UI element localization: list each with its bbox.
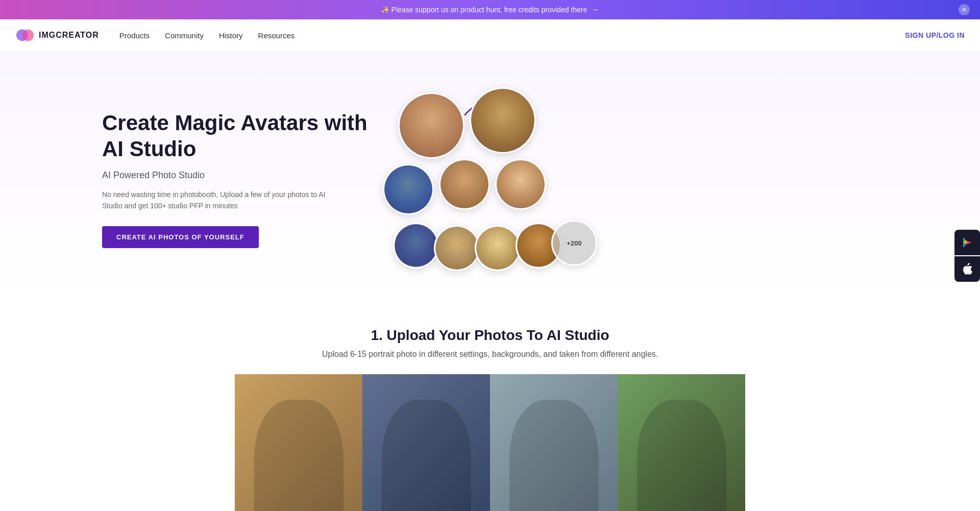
apple-store-button[interactable] — [954, 256, 980, 282]
nav-resources[interactable]: Resources — [258, 31, 295, 40]
avatar-7 — [434, 225, 480, 271]
banner-text: ✨ Please support us on product hunt, fre… — [381, 6, 587, 14]
app-buttons — [954, 230, 980, 282]
hero-section: Create Magic Avatars with AI Studio AI P… — [0, 52, 980, 297]
avatar-5 — [495, 159, 546, 210]
apple-icon — [962, 263, 973, 275]
photo-item-3 — [490, 374, 618, 511]
auth-button[interactable]: SIGN UP/LOG IN — [905, 31, 965, 39]
avatar-grid: Upload Your Photos Receive AI Profiles P… — [383, 82, 597, 276]
nav-community[interactable]: Community — [165, 31, 204, 40]
logo[interactable]: IMGCREATOR — [15, 26, 99, 45]
svg-marker-7 — [963, 244, 966, 248]
logo-icon — [15, 26, 35, 45]
nav-history[interactable]: History — [219, 31, 243, 40]
hero-content: Create Magic Avatars with AI Studio AI P… — [102, 110, 383, 248]
avatar-after: Receive AI Profiles Pics — [470, 87, 536, 154]
banner-close-button[interactable]: ✕ — [959, 4, 970, 15]
hero-title: Create Magic Avatars with AI Studio — [102, 110, 383, 162]
photo-item-4 — [618, 374, 745, 511]
hero-description: No need wasting time in photobooth, Uplo… — [102, 189, 337, 212]
upload-section: 1. Upload Your Photos To AI Studio Uploa… — [0, 297, 980, 511]
avatar-6 — [393, 223, 439, 269]
logo-text: IMGCREATOR — [39, 31, 99, 40]
google-play-button[interactable] — [954, 230, 980, 255]
upload-section-title: 1. Upload Your Photos To AI Studio — [10, 327, 970, 344]
avatar-plus-badge: +200 — [551, 220, 597, 266]
banner-arrow: → — [591, 5, 599, 14]
photo-item-1 — [235, 374, 362, 511]
navbar: IMGCREATOR Products Community History Re… — [0, 19, 980, 52]
avatar-3 — [383, 164, 434, 215]
nav-products[interactable]: Products — [119, 31, 150, 40]
cta-button[interactable]: CREATE AI PHOTOS OF YOURSELF — [102, 226, 259, 248]
avatar-8 — [475, 225, 521, 271]
top-banner: ✨ Please support us on product hunt, fre… — [0, 0, 980, 19]
avatar-before: Upload Your Photos — [398, 92, 464, 159]
hero-subtitle: AI Powered Photo Studio — [102, 170, 383, 181]
google-play-icon — [961, 236, 973, 249]
svg-marker-6 — [966, 240, 971, 245]
svg-point-1 — [22, 30, 34, 41]
nav-links: Products Community History Resources — [119, 31, 905, 40]
avatar-4 — [439, 159, 490, 210]
photo-grid — [235, 374, 745, 511]
upload-section-desc: Upload 6-15 portrait photo in different … — [10, 350, 970, 359]
photo-item-2 — [362, 374, 490, 511]
